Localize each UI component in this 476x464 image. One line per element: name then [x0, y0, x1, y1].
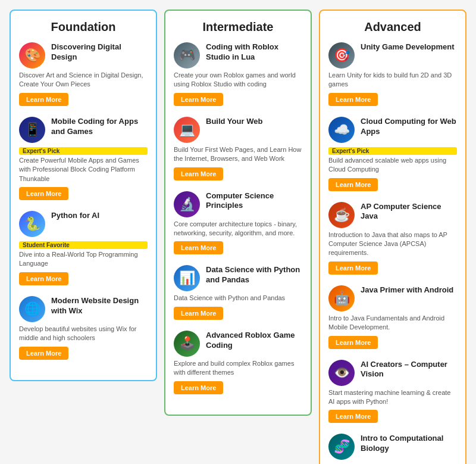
course-name-java-android: Java Primer with Android: [361, 285, 453, 295]
learn-more-btn-mobile-coding[interactable]: Learn More: [19, 187, 68, 200]
course-desc-python-ai: Dive into a Real-World Top Programming L…: [19, 250, 148, 269]
column-advanced: Advanced🎯Unity Game DevelopmentLearn Uni…: [319, 10, 466, 464]
course-icon-data-science-pandas: 📊: [174, 265, 200, 291]
course-name-adv-roblox: Advanced Roblox Game Coding: [206, 331, 302, 351]
course-desc-data-science-pandas: Data Science with Python and Pandas: [174, 294, 302, 303]
course-header-cloud-computing: ☁️Cloud Computing for Web Apps: [328, 117, 457, 143]
course-icon-unity-game-dev: 🎯: [328, 42, 355, 68]
course-header-adv-roblox: 🕹️Advanced Roblox Game Coding: [174, 331, 302, 357]
learn-more-btn-ap-cs-java[interactable]: Learn More: [328, 261, 378, 275]
column-title-foundation: Foundation: [19, 20, 148, 34]
course-name-data-science-pandas: Data Science with Python and Pandas: [206, 265, 302, 285]
course-header-mobile-coding: 📱Mobile Coding for Apps and Games: [19, 117, 148, 143]
learn-more-btn-roblox-lua[interactable]: Learn More: [174, 93, 223, 106]
course-name-discovering-digital-design: Discovering Digital Design: [51, 42, 148, 63]
learn-more-btn-modern-website-wix[interactable]: Learn More: [19, 347, 68, 360]
learn-more-btn-python-ai[interactable]: Learn More: [19, 272, 68, 285]
learn-more-btn-data-science-pandas[interactable]: Learn More: [174, 307, 223, 320]
course-desc-cloud-computing: Build advanced scalable web apps using C…: [328, 156, 457, 175]
course-item-unity-game-dev: 🎯Unity Game DevelopmentLearn Unity for k…: [328, 42, 457, 106]
course-header-roblox-lua: 🎮Coding with Roblox Studio in Lua: [174, 42, 302, 68]
course-desc-unity-game-dev: Learn Unity for kids to build fun 2D and…: [328, 71, 457, 89]
course-icon-discovering-digital-design: 🎨: [19, 42, 45, 68]
course-desc-cs-principles: Core computer architecture topics - bina…: [174, 220, 302, 238]
course-desc-adv-roblox: Explore and build complex Roblox games w…: [174, 359, 302, 378]
learn-more-btn-unity-game-dev[interactable]: Learn More: [328, 93, 378, 106]
course-name-cloud-computing: Cloud Computing for Web Apps: [361, 117, 457, 137]
column-intermediate: Intermediate🎮Coding with Roblox Studio i…: [164, 10, 312, 416]
course-header-python-ai: 🐍Python for AI: [19, 211, 148, 237]
course-header-ap-cs-java: ☕AP Computer Science Java: [328, 202, 457, 228]
course-header-build-your-web: 💻Build Your Web: [174, 117, 302, 143]
course-item-adv-roblox: 🕹️Advanced Roblox Game CodingExplore and…: [174, 331, 302, 394]
column-title-intermediate: Intermediate: [174, 20, 302, 34]
course-header-discovering-digital-design: 🎨Discovering Digital Design: [19, 42, 148, 68]
course-name-roblox-lua: Coding with Roblox Studio in Lua: [206, 42, 302, 63]
course-desc-ap-cs-java: Introduction to Java that also maps to A…: [328, 231, 457, 258]
course-item-cloud-computing: ☁️Cloud Computing for Web AppsExpert's P…: [328, 117, 457, 191]
learn-more-btn-cs-principles[interactable]: Learn More: [174, 241, 223, 254]
course-item-discovering-digital-design: 🎨Discovering Digital DesignDiscover Art …: [19, 42, 148, 106]
course-name-mobile-coding: Mobile Coding for Apps and Games: [51, 117, 148, 137]
course-header-cs-principles: 🔬Computer Science Principles: [174, 191, 302, 217]
course-item-data-science-pandas: 📊Data Science with Python and PandasData…: [174, 265, 302, 319]
course-header-comp-biology: 🧬Intro to Computational Biology: [328, 434, 457, 460]
course-name-python-ai: Python for AI: [51, 211, 99, 221]
course-name-unity-game-dev: Unity Game Development: [361, 42, 455, 52]
course-icon-comp-biology: 🧬: [328, 434, 355, 460]
column-foundation: Foundation🎨Discovering Digital DesignDis…: [10, 10, 157, 381]
course-desc-java-android: Intro to Java Fundamentals and Android M…: [328, 314, 457, 332]
course-item-roblox-lua: 🎮Coding with Roblox Studio in LuaCreate …: [174, 42, 302, 106]
course-name-cs-principles: Computer Science Principles: [206, 191, 302, 211]
course-icon-modern-website-wix: 🌐: [19, 296, 45, 322]
badge-cloud-computing: Expert's Pick: [328, 147, 457, 155]
badge-mobile-coding: Expert's Pick: [19, 147, 148, 155]
course-icon-python-ai: 🐍: [19, 211, 45, 237]
course-icon-ap-cs-java: ☕: [328, 202, 355, 228]
course-icon-cloud-computing: ☁️: [328, 117, 355, 143]
course-header-java-android: 🤖Java Primer with Android: [328, 285, 457, 312]
course-icon-build-your-web: 💻: [174, 117, 200, 143]
course-item-python-ai: 🐍Python for AIStudent FavoriteDive into …: [19, 211, 148, 285]
course-name-build-your-web: Build Your Web: [206, 117, 262, 127]
columns-container: Foundation🎨Discovering Digital DesignDis…: [10, 10, 466, 464]
course-header-modern-website-wix: 🌐Modern Website Design with Wix: [19, 296, 148, 322]
course-desc-mobile-coding: Create Powerful Mobile Apps and Games wi…: [19, 156, 148, 183]
course-header-unity-game-dev: 🎯Unity Game Development: [328, 42, 457, 68]
course-icon-java-android: 🤖: [328, 285, 355, 312]
course-header-ai-vision: 👁️AI Creators – Computer Vision: [328, 360, 457, 386]
course-desc-build-your-web: Build Your First Web Pages, and Learn Ho…: [174, 145, 302, 164]
course-item-build-your-web: 💻Build Your WebBuild Your First Web Page…: [174, 117, 302, 180]
course-desc-discovering-digital-design: Discover Art and Science in Digital Desi…: [19, 71, 148, 89]
course-header-data-science-pandas: 📊Data Science with Python and Pandas: [174, 265, 302, 291]
course-item-cs-principles: 🔬Computer Science PrinciplesCore compute…: [174, 191, 302, 255]
course-item-comp-biology: 🧬Intro to Computational BiologyLearn how…: [328, 434, 457, 464]
course-name-ap-cs-java: AP Computer Science Java: [361, 202, 457, 222]
course-item-modern-website-wix: 🌐Modern Website Design with WixDevelop b…: [19, 296, 148, 360]
course-icon-mobile-coding: 📱: [19, 117, 45, 143]
course-icon-adv-roblox: 🕹️: [174, 331, 200, 357]
course-item-mobile-coding: 📱Mobile Coding for Apps and GamesExpert'…: [19, 117, 148, 200]
course-desc-ai-vision: Start mastering machine learning & creat…: [328, 388, 457, 407]
course-item-ap-cs-java: ☕AP Computer Science JavaIntroduction to…: [328, 202, 457, 275]
learn-more-btn-cloud-computing[interactable]: Learn More: [328, 178, 378, 191]
course-desc-modern-website-wix: Develop beautiful websites using Wix for…: [19, 325, 148, 343]
learn-more-btn-adv-roblox[interactable]: Learn More: [174, 381, 223, 394]
course-icon-cs-principles: 🔬: [174, 191, 200, 217]
learn-more-btn-build-your-web[interactable]: Learn More: [174, 167, 223, 180]
course-desc-roblox-lua: Create your own Roblox games and world u…: [174, 71, 302, 89]
learn-more-btn-discovering-digital-design[interactable]: Learn More: [19, 93, 68, 106]
learn-more-btn-ai-vision[interactable]: Learn More: [328, 410, 378, 423]
course-icon-roblox-lua: 🎮: [174, 42, 200, 68]
course-name-comp-biology: Intro to Computational Biology: [361, 434, 457, 454]
learn-more-btn-java-android[interactable]: Learn More: [328, 336, 378, 349]
course-icon-ai-vision: 👁️: [328, 360, 355, 386]
course-name-modern-website-wix: Modern Website Design with Wix: [51, 296, 148, 316]
column-title-advanced: Advanced: [328, 20, 457, 34]
course-item-java-android: 🤖Java Primer with AndroidIntro to Java F…: [328, 285, 457, 349]
course-item-ai-vision: 👁️AI Creators – Computer VisionStart mas…: [328, 360, 457, 423]
badge-python-ai: Student Favorite: [19, 241, 148, 249]
course-name-ai-vision: AI Creators – Computer Vision: [361, 360, 457, 380]
